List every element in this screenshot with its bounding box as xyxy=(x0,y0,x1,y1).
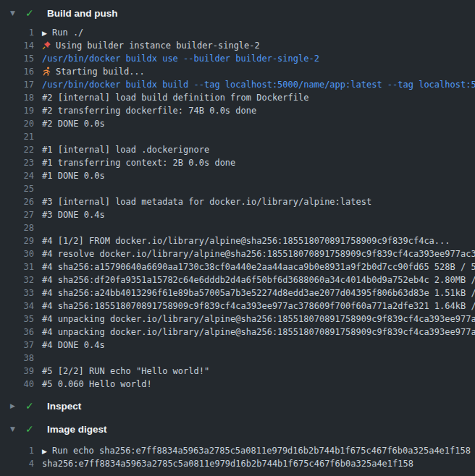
log-line[interactable]: 36#4 unpacking docker.io/library/alpine@… xyxy=(0,326,475,339)
line-number: 17 xyxy=(0,78,34,91)
line-number: 27 xyxy=(0,208,34,221)
line-number: 24 xyxy=(0,169,34,182)
chevron-down-icon[interactable]: ▼ xyxy=(10,425,20,433)
step-section-build-and-push: ▼ ✓ Build and push 1▶Run ./14Using build… xyxy=(0,0,475,391)
line-number: 38 xyxy=(0,352,34,365)
line-text: #1 DONE 0.0s xyxy=(42,169,105,182)
line-text: /usr/bin/docker buildx build --tag local… xyxy=(42,78,475,91)
log-line[interactable]: 1▶Run echo sha256:e7ff8834a5963a2785c5a0… xyxy=(0,444,475,457)
log-line[interactable]: 19#2 transferring dockerfile: 74B 0.0s d… xyxy=(0,104,475,117)
log-line[interactable]: 27#3 DONE 0.4s xyxy=(0,208,475,221)
log-line[interactable]: 4sha256:e7ff8834a5963a2785c5a0811e979d16… xyxy=(0,457,475,470)
pushpin-icon xyxy=(42,41,56,52)
line-number: 36 xyxy=(0,326,34,339)
line-text: #5 [2/2] RUN echo "Hello world!" xyxy=(42,365,209,378)
log-line[interactable]: 22#1 [internal] load .dockerignore xyxy=(0,143,475,156)
log-line[interactable]: 37#4 DONE 0.4s xyxy=(0,339,475,352)
line-number: 19 xyxy=(0,104,34,117)
line-text: ▶Run ./ xyxy=(42,26,83,39)
step-section-inspect: ▶ ✓ Inspect xyxy=(0,397,475,415)
line-text-content: Starting build... xyxy=(56,67,145,77)
line-number: 31 xyxy=(0,260,34,273)
runner-icon xyxy=(42,67,56,78)
line-number: 22 xyxy=(0,143,34,156)
line-number: 34 xyxy=(0,299,34,313)
log-line[interactable]: 15/usr/bin/docker buildx use --builder b… xyxy=(0,52,475,65)
line-text: #1 [internal] load .dockerignore xyxy=(42,143,209,156)
line-number: 37 xyxy=(0,339,34,352)
line-number: 29 xyxy=(0,234,34,247)
log-line[interactable]: 26#3 [internal] load metadata for docker… xyxy=(0,195,475,208)
line-text: sha256:e7ff8834a5963a2785c5a0811e979d16b… xyxy=(42,457,413,470)
log-line[interactable]: 16Starting build... xyxy=(0,65,475,78)
line-number: 32 xyxy=(0,273,34,286)
log-line[interactable]: 21 xyxy=(0,130,475,143)
log-line[interactable]: 35#4 unpacking docker.io/library/alpine@… xyxy=(0,313,475,326)
log-line[interactable]: 33#4 sha256:a24bb4013296f61e89ba57005a7b… xyxy=(0,286,475,299)
line-number: 30 xyxy=(0,247,34,260)
step-header-inspect[interactable]: ▶ ✓ Inspect xyxy=(0,397,475,415)
workflow-log-viewer: ▼ ✓ Build and push 1▶Run ./14Using build… xyxy=(0,0,475,476)
log-line[interactable]: 17/usr/bin/docker buildx build --tag loc… xyxy=(0,78,475,91)
log-line[interactable]: 25 xyxy=(0,182,475,195)
line-number: 25 xyxy=(0,182,34,195)
line-number: 21 xyxy=(0,130,34,143)
log-line[interactable]: 40#5 0.060 Hello world! xyxy=(0,378,475,391)
line-number: 14 xyxy=(0,39,34,52)
line-text: #1 transferring context: 2B 0.0s done xyxy=(42,156,235,169)
line-text: #4 resolve docker.io/library/alpine@sha2… xyxy=(42,247,475,260)
line-number: 1 xyxy=(0,444,34,457)
check-success-icon: ✓ xyxy=(25,400,37,412)
log-line[interactable]: 30#4 resolve docker.io/library/alpine@sh… xyxy=(0,247,475,260)
line-number: 40 xyxy=(0,378,34,391)
step-header-image-digest[interactable]: ▼ ✓ Image digest xyxy=(0,420,475,438)
log-line[interactable]: 31#4 sha256:a15790640a6690aa1730c38cf0a4… xyxy=(0,260,475,273)
log-line[interactable]: 29#4 [1/2] FROM docker.io/library/alpine… xyxy=(0,234,475,247)
line-text: #4 sha256:a15790640a6690aa1730c38cf0a440… xyxy=(42,260,475,273)
chevron-down-icon[interactable]: ▼ xyxy=(10,9,20,17)
line-text: ▶Run echo sha256:e7ff8834a5963a2785c5a08… xyxy=(42,444,471,457)
step-section-image-digest: ▼ ✓ Image digest 1▶Run echo sha256:e7ff8… xyxy=(0,420,475,470)
line-number: 28 xyxy=(0,221,34,234)
log-line[interactable]: 20#2 DONE 0.0s xyxy=(0,117,475,130)
line-number: 4 xyxy=(0,457,34,470)
line-number: 23 xyxy=(0,156,34,169)
line-number: 16 xyxy=(0,65,34,78)
line-text: #2 DONE 0.0s xyxy=(42,117,105,130)
log-line[interactable]: 24#1 DONE 0.0s xyxy=(0,169,475,182)
line-text: #4 sha256:185518070891758909c9f839cf4ca3… xyxy=(42,299,475,313)
line-text-content: Run ./ xyxy=(52,27,83,38)
log-line[interactable]: 14Using builder instance builder-single-… xyxy=(0,39,475,52)
log-line[interactable]: 18#2 [internal] load build definition fr… xyxy=(0,91,475,104)
line-text-content: Using builder instance builder-single-2 xyxy=(56,41,260,51)
line-text: /usr/bin/docker buildx use --builder bui… xyxy=(42,52,319,65)
log-line[interactable]: 23#1 transferring context: 2B 0.0s done xyxy=(0,156,475,169)
log-line[interactable]: 1▶Run ./ xyxy=(0,26,475,39)
check-success-icon: ✓ xyxy=(25,423,37,435)
log-line[interactable]: 34#4 sha256:185518070891758909c9f839cf4c… xyxy=(0,299,475,313)
play-icon[interactable]: ▶ xyxy=(42,27,52,39)
line-text: #2 transferring dockerfile: 74B 0.0s don… xyxy=(42,104,256,117)
play-icon[interactable]: ▶ xyxy=(42,445,52,457)
log-line[interactable]: 38 xyxy=(0,352,475,365)
line-number: 35 xyxy=(0,313,34,326)
line-text: #4 unpacking docker.io/library/alpine@sh… xyxy=(42,313,475,326)
chevron-right-icon[interactable]: ▶ xyxy=(10,402,20,409)
step-header-build-and-push[interactable]: ▼ ✓ Build and push xyxy=(0,0,475,26)
line-text: #4 DONE 0.4s xyxy=(42,339,105,352)
line-number: 26 xyxy=(0,195,34,208)
log-line[interactable]: 28 xyxy=(0,221,475,234)
step-title: Build and push xyxy=(47,8,118,19)
step-title: Inspect xyxy=(47,401,81,412)
log-line[interactable]: 39#5 [2/2] RUN echo "Hello world!" xyxy=(0,365,475,378)
line-text: #4 [1/2] FROM docker.io/library/alpine@s… xyxy=(42,234,450,247)
line-text: #4 sha256:a24bb4013296f61e89ba57005a7b3e… xyxy=(42,286,475,299)
line-number: 1 xyxy=(0,26,34,39)
line-text-content: Run echo sha256:e7ff8834a5963a2785c5a081… xyxy=(52,446,471,456)
line-text: Using builder instance builder-single-2 xyxy=(42,39,260,52)
log-line[interactable]: 32#4 sha256:df20fa9351a15782c64e6dddb2d4… xyxy=(0,273,475,286)
step-log-lines: 1▶Run echo sha256:e7ff8834a5963a2785c5a0… xyxy=(0,438,475,470)
line-number: 39 xyxy=(0,365,34,378)
line-text: #3 [internal] load metadata for docker.i… xyxy=(42,195,371,208)
line-number: 33 xyxy=(0,286,34,299)
